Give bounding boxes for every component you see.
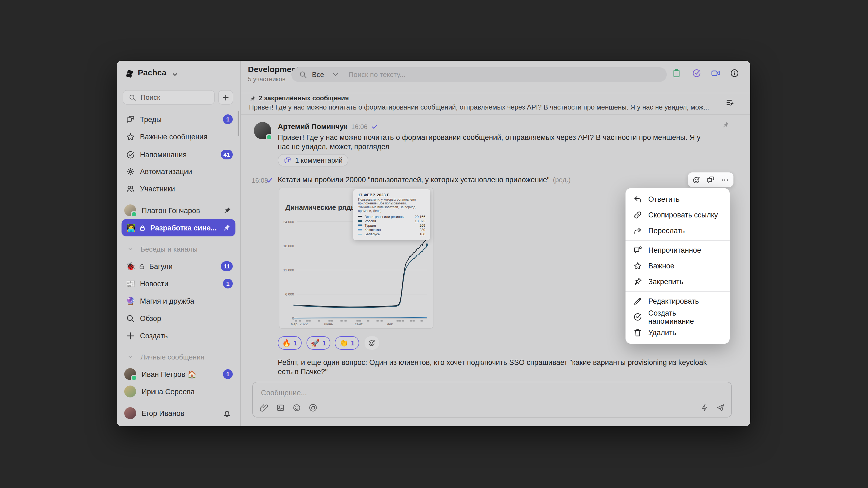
sidebar-chat-irina[interactable]: Ирина Сереева	[121, 384, 236, 398]
star-icon	[633, 261, 642, 270]
tasks-check-icon[interactable]	[692, 68, 702, 78]
search-placeholder: Поиск по тексту...	[348, 70, 405, 78]
menu-item-edit[interactable]: Редактировать	[625, 293, 730, 309]
pin-icon	[721, 121, 730, 129]
sidebar-item-create[interactable]: Создать	[121, 329, 236, 343]
sidebar-item-label: Участники	[140, 185, 236, 193]
check-circle-icon	[633, 312, 642, 322]
avatar[interactable]	[254, 122, 271, 139]
unread-bubble-icon	[633, 246, 642, 255]
svg-text:июнь: июнь	[324, 322, 333, 326]
reaction-rocket[interactable]: 🚀 1	[307, 336, 330, 350]
read-check-icon	[371, 123, 378, 130]
message-search-input[interactable]: Все Поиск по тексту...	[291, 67, 667, 82]
more-options-icon[interactable]	[720, 175, 729, 184]
svg-text:сент.: сент.	[355, 322, 363, 326]
menu-item-important[interactable]: Важное	[625, 258, 730, 274]
pin-icon	[222, 223, 231, 232]
reaction-clap[interactable]: 👏 1	[335, 336, 359, 350]
reaction-emoji: 🔥	[282, 339, 291, 347]
clipboard-icon[interactable]	[672, 68, 681, 78]
message-image-chart[interactable]: 24 00018 00012 0006 0000мар. 2022июньсен…	[279, 188, 433, 329]
search-icon	[129, 94, 136, 101]
thread-icon[interactable]	[706, 175, 715, 184]
sidebar-chat-ivan[interactable]: Иван Петров 🏠 1	[121, 367, 236, 381]
lock-icon	[138, 263, 145, 270]
sidebar-item-automations[interactable]: Автоматизации	[121, 164, 236, 178]
menu-item-delete[interactable]: Удалить	[625, 325, 730, 340]
mention-icon[interactable]	[309, 403, 317, 412]
message-text: Кстати мы пробили 20000 "пользователей, …	[278, 176, 571, 184]
message-text: Ребят, и еще один вопрос: Один из клиент…	[278, 358, 709, 376]
channel-emoji: 🔮	[126, 296, 135, 305]
comments-count-label: 1 комментарий	[295, 156, 343, 164]
pinned-messages-title[interactable]: 2 закреплённых сообщения	[259, 94, 349, 102]
add-reaction-icon[interactable]	[692, 175, 701, 184]
sidebar-chat-baguli[interactable]: 🐞 Багули 11	[121, 259, 236, 273]
pinned-list-icon[interactable]	[725, 98, 735, 107]
thread-comments-button[interactable]: 1 комментарий	[278, 154, 348, 166]
smiley-icon[interactable]	[292, 403, 301, 412]
search-filter-dropdown[interactable]: Все	[312, 70, 324, 78]
section-title: Беседы и каналы	[141, 245, 197, 253]
reaction-fire[interactable]: 🔥 1	[278, 336, 302, 350]
add-reaction-button[interactable]	[365, 336, 379, 350]
section-direct-messages[interactable]: Личные сообщения	[121, 351, 236, 362]
threads-icon	[126, 115, 135, 124]
pin-icon	[249, 95, 256, 102]
message-hover-toolbar	[688, 172, 734, 187]
message-context-menu: Ответить Скопировать ссылку Переслать Не…	[625, 188, 730, 344]
sidebar-chat-magic[interactable]: 🔮 Магия и дружба	[121, 294, 236, 308]
chat-name: Иван Петров 🏠	[142, 370, 220, 379]
sidebar-item-label: Обзор	[140, 314, 236, 322]
sidebar-chat-platon[interactable]: Платон Гончаров	[121, 203, 236, 218]
unread-badge: 1	[223, 369, 233, 379]
section-title: Личные сообщения	[141, 353, 205, 361]
legend-row: Беларусь160	[358, 232, 425, 236]
menu-item-create-reminder[interactable]: Создать напоминание	[625, 309, 730, 325]
sidebar-scrollbar[interactable]	[238, 111, 239, 136]
info-icon[interactable]	[730, 68, 739, 78]
send-icon[interactable]	[716, 403, 725, 412]
chat-name: Платон Гончаров	[142, 206, 218, 215]
sidebar-chat-news[interactable]: 📰 Новости 1	[121, 276, 236, 291]
menu-item-copy-link[interactable]: Скопировать ссылку	[625, 207, 730, 223]
sidebar-chat-egor[interactable]: Егор Иванов	[121, 406, 236, 420]
online-dot	[266, 134, 272, 140]
menu-item-forward[interactable]: Переслать	[625, 223, 730, 238]
pinned-message-preview[interactable]: Привет! Где у нас можно почитать о форма…	[249, 104, 728, 111]
sidebar-chat-selected[interactable]: 🧑‍💻 Разработка сине...	[122, 219, 236, 236]
sidebar-item-threads[interactable]: Треды 1	[121, 112, 236, 126]
section-conversations[interactable]: Беседы и каналы	[121, 243, 236, 254]
legend-row: Россия18 323	[358, 219, 425, 223]
avatar	[124, 368, 136, 380]
unread-badge: 1	[223, 279, 233, 289]
menu-item-unread[interactable]: Непрочитанное	[625, 242, 730, 258]
sidebar-item-reminders[interactable]: Напоминания 41	[121, 148, 236, 162]
menu-item-pin[interactable]: Закрепить	[625, 274, 730, 290]
message-author[interactable]: Артемий Поминчук	[278, 123, 347, 131]
chevron-down-icon[interactable]	[172, 71, 179, 78]
sidebar-item-discover[interactable]: Обзор	[121, 311, 236, 325]
channel-members-count[interactable]: 5 участников	[248, 76, 285, 83]
new-chat-button[interactable]	[218, 90, 233, 105]
image-icon[interactable]	[276, 403, 285, 412]
bell-icon	[222, 409, 231, 418]
chevron-down-icon[interactable]	[332, 70, 340, 78]
quick-actions-icon[interactable]	[701, 403, 709, 412]
channel-emoji: 📰	[126, 279, 135, 288]
avatar	[124, 386, 136, 397]
workspace-name[interactable]: Pachca	[138, 68, 166, 77]
video-call-icon[interactable]	[711, 68, 720, 78]
sidebar-search-input[interactable]: Поиск	[123, 90, 215, 105]
edited-label: (ред.)	[553, 176, 570, 184]
message-composer[interactable]: Сообщение...	[252, 382, 732, 418]
sidebar-search-placeholder: Поиск	[141, 93, 160, 101]
paperclip-icon[interactable]	[260, 403, 269, 412]
menu-item-reply[interactable]: Ответить	[625, 191, 730, 207]
sidebar-item-label: Создать	[140, 332, 236, 340]
unread-badge: 41	[221, 150, 233, 159]
sidebar-item-members[interactable]: Участники	[121, 182, 236, 196]
reaction-count: 1	[322, 339, 326, 347]
sidebar-item-important[interactable]: Важные сообщения	[121, 130, 236, 144]
